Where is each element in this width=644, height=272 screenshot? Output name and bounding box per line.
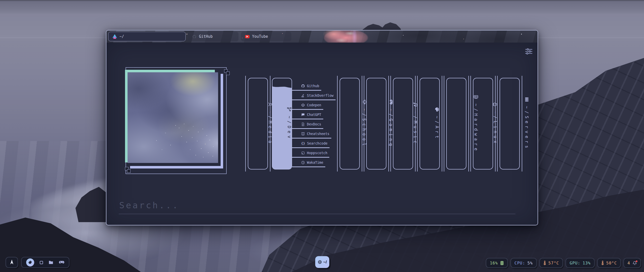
book-media[interactable]: ~/Media (248, 78, 268, 169)
workspace-label: ~/ (323, 260, 327, 265)
book-servers-spine: ~/Servers (524, 97, 529, 150)
hoppscotch-icon (301, 151, 305, 155)
thermometer-icon (543, 261, 546, 265)
ram-icon (500, 261, 504, 265)
cpu-module[interactable]: CPU: 5% (510, 258, 537, 268)
book-linux[interactable]: ~/Linux (473, 78, 493, 169)
zen-browser-logo-icon (112, 34, 117, 39)
main-row: ~/Media ~/Dev (106, 43, 538, 174)
book-school[interactable]: ~/School (340, 78, 360, 169)
book-slot-school: ~/School (337, 76, 362, 172)
book-slot-music: ~/Music (390, 76, 416, 172)
corner-handle (226, 72, 230, 75)
tab-home-label: ~/ (119, 34, 124, 39)
dev-links: Github StackOverflow Codepen ChatGP (292, 84, 336, 167)
tab-youtube-label: YouTube (252, 34, 268, 39)
youtube-favicon-icon (245, 35, 250, 38)
tab-youtube[interactable]: YouTube (241, 32, 291, 41)
music-note-icon (413, 102, 418, 107)
clouds-artwork-image (128, 72, 218, 163)
braces-icon: {} (301, 142, 305, 145)
link-chatgpt[interactable]: ChatGPT (292, 113, 323, 119)
book-dev-spine: ~/Dev (287, 107, 292, 141)
book-gaming[interactable]: ~/Gaming (366, 78, 386, 169)
book-slot-hardware: ~/Hardware (444, 76, 469, 172)
stackoverflow-icon (301, 94, 305, 97)
gpu-temp-module[interactable]: 50°C (597, 258, 621, 268)
book-art[interactable]: ~/Art (420, 78, 440, 169)
book-art-spine: ~/Art (434, 107, 439, 141)
status-bar: ~/ 16% CPU: 5% 57°C GPU: 13% 50°C 4 (0, 254, 644, 272)
workspace-indicator[interactable]: ~/ (315, 256, 329, 268)
clock-icon (301, 161, 305, 164)
server-rack-icon (524, 97, 529, 102)
app-dock (21, 257, 69, 268)
github-favicon-icon (192, 35, 196, 39)
link-wakatime[interactable]: WakaTime (292, 160, 325, 167)
tux-icon (493, 102, 498, 107)
document-icon (301, 122, 305, 126)
browser-window: ~/ GitHub YouTube (106, 30, 538, 225)
cpu-temp-module[interactable]: 57°C (539, 258, 563, 268)
taskbar-center: ~/ (315, 256, 329, 268)
book-slot-dev: ~/Dev Github StackOverflow (272, 76, 336, 172)
bell-icon (632, 261, 637, 265)
notifications-module[interactable]: 4 (623, 258, 641, 268)
book-servers[interactable]: ~/Servers (500, 78, 520, 169)
desktop: { "window": { "tabs": [ { "label": "~/",… (0, 0, 644, 272)
folder-app-button[interactable] (49, 260, 53, 264)
tab-github-label: GitHub (199, 34, 213, 39)
github-icon (301, 84, 305, 88)
book-music[interactable]: ~/Music (393, 78, 413, 169)
gpu-label: GPU: (570, 261, 580, 265)
notifications-count: 4 (627, 261, 630, 265)
tab-github[interactable]: GitHub (188, 32, 238, 41)
cpu-value: 5% (528, 261, 533, 265)
notification-dot (636, 260, 637, 262)
artwork-stars (175, 125, 176, 126)
link-hoppscotch[interactable]: Hoppscotch (292, 151, 329, 158)
link-searchcode[interactable]: {} Searchcode (292, 141, 330, 148)
firefox-icon (28, 260, 33, 265)
gpu-value: 13% (583, 261, 591, 265)
bookshelf: ~/Media ~/Dev (245, 76, 522, 172)
link-codepen[interactable]: Codepen (292, 103, 323, 110)
link-github[interactable]: Github (292, 84, 321, 91)
book-slot-art: ~/Art (417, 76, 442, 172)
window-app-button[interactable] (40, 261, 43, 264)
thermometer-icon (601, 261, 604, 265)
globe-icon (318, 260, 322, 264)
startpage-content: ~/Media ~/Dev (106, 43, 538, 225)
taskbar-left (6, 257, 69, 268)
book-music-spine: ~/Music (413, 102, 418, 145)
cpu-temp-value: 57°C (548, 261, 559, 265)
arrow-up-icon (9, 259, 14, 265)
book-slot-servers: ~/Servers (497, 76, 522, 172)
gpu-module[interactable]: GPU: 13% (566, 258, 594, 268)
book-icon (301, 132, 305, 136)
link-stackoverflow[interactable]: StackOverflow (292, 93, 336, 100)
search-bar (119, 200, 515, 214)
cpu-label: CPU: (514, 261, 525, 265)
memory-module[interactable]: 16% (486, 258, 508, 268)
link-devdocs[interactable]: DevDocs (292, 122, 323, 129)
book-linux-spine: ~/Linux (493, 102, 498, 145)
search-input[interactable] (119, 200, 515, 214)
chat-bubble-icon (301, 113, 305, 117)
codepen-icon (301, 103, 305, 107)
gpu-temp-value: 50°C (606, 261, 617, 265)
book-slot-media: ~/Media (245, 76, 270, 172)
tab-bar: ~/ GitHub YouTube (106, 30, 538, 43)
link-cheatsheets[interactable]: Cheatsheets (292, 132, 331, 139)
book-dev[interactable]: ~/Dev (272, 78, 292, 169)
gamepad-app-button[interactable] (59, 261, 64, 264)
corner-handle (127, 169, 131, 173)
firefox-app-button[interactable] (26, 258, 34, 266)
tab-home[interactable]: ~/ (108, 32, 186, 41)
book-hardware[interactable]: ~/Hardware (446, 78, 466, 169)
book-slot-gaming: ~/Gaming (364, 76, 389, 172)
palette-icon (434, 107, 439, 112)
book-slot-linux: ~/Linux (470, 76, 496, 172)
sliders-icon[interactable] (525, 48, 533, 55)
launcher-button[interactable] (6, 257, 18, 268)
